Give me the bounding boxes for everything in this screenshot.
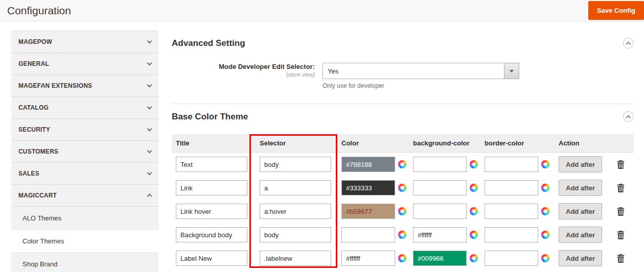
title-cell xyxy=(172,227,249,242)
background-color-input[interactable] xyxy=(413,227,467,242)
color-picker-icon[interactable] xyxy=(398,207,406,215)
color-picker-icon[interactable] xyxy=(398,254,406,262)
background-color-cell xyxy=(409,180,480,195)
sidebar-item-security[interactable]: SECURITY xyxy=(11,119,158,141)
sidebar-subitem-shop-brand[interactable]: Shop Brand xyxy=(11,253,158,272)
action-cell: Add after xyxy=(555,156,611,172)
border-color-input[interactable] xyxy=(485,204,538,219)
title-input[interactable] xyxy=(176,251,247,266)
background-color-input[interactable] xyxy=(413,157,467,172)
sidebar-item-label: MAGEFAN EXTENSIONS xyxy=(18,82,92,89)
title-input[interactable] xyxy=(176,227,247,242)
sidebar-item-general[interactable]: GENERAL xyxy=(11,53,158,75)
color-cell xyxy=(337,180,409,195)
color-picker-icon[interactable] xyxy=(398,184,406,192)
collapse-section-icon[interactable] xyxy=(623,38,634,48)
trash-icon[interactable] xyxy=(615,158,627,171)
column-header-border-color: border-color xyxy=(480,139,555,147)
trash-icon[interactable] xyxy=(615,205,627,218)
border-color-input[interactable] xyxy=(485,227,538,242)
sidebar-item-label: CATALOG xyxy=(18,104,49,111)
sidebar-item-catalog[interactable]: CATALOG xyxy=(11,97,158,119)
sidebar-item-label: SECURITY xyxy=(18,126,50,133)
title-input[interactable] xyxy=(176,180,247,195)
color-cell xyxy=(337,227,409,242)
table-body: Add after xyxy=(172,153,634,270)
sidebar-item-magefan-extensions[interactable]: MAGEFAN EXTENSIONS xyxy=(11,75,158,97)
sidebar-item-sales[interactable]: SALES xyxy=(11,163,158,185)
save-config-button[interactable]: Save Config xyxy=(588,1,644,20)
color-input[interactable] xyxy=(341,180,395,195)
column-header-background-color: background-color xyxy=(409,139,480,147)
border-color-input[interactable] xyxy=(485,157,538,172)
selector-input[interactable] xyxy=(260,204,331,219)
mode-developer-select[interactable]: Yes xyxy=(323,63,519,79)
add-after-button[interactable]: Add after xyxy=(559,250,602,266)
chevron-down-icon xyxy=(147,170,152,176)
title-input[interactable] xyxy=(176,157,247,172)
add-after-button[interactable]: Add after xyxy=(559,203,602,219)
color-input[interactable] xyxy=(341,227,395,242)
table-header-row: Title Selector Color background-color bo… xyxy=(172,134,634,153)
color-picker-icon[interactable] xyxy=(470,254,478,262)
color-picker-icon[interactable] xyxy=(470,160,478,168)
color-picker-icon[interactable] xyxy=(470,207,478,215)
section-divider xyxy=(172,104,634,104)
selector-input[interactable] xyxy=(260,180,331,195)
trash-icon[interactable] xyxy=(615,182,627,194)
add-after-button[interactable]: Add after xyxy=(559,156,602,172)
sidebar-subitem-label: ALO Themes xyxy=(22,214,61,222)
color-picker-icon[interactable] xyxy=(470,184,478,192)
background-color-input[interactable] xyxy=(413,204,467,219)
color-input[interactable] xyxy=(341,204,395,219)
selector-input[interactable] xyxy=(260,157,331,172)
column-header-title: Title xyxy=(172,139,249,147)
table-row: Add after xyxy=(172,246,634,270)
border-color-input[interactable] xyxy=(485,251,538,266)
selector-input[interactable] xyxy=(260,251,331,266)
add-after-button[interactable]: Add after xyxy=(559,227,602,243)
color-picker-icon[interactable] xyxy=(398,231,406,239)
sidebar-item-magepow[interactable]: MAGEPOW xyxy=(11,31,158,53)
color-picker-icon[interactable] xyxy=(541,160,549,168)
color-picker-icon[interactable] xyxy=(541,231,549,239)
trash-icon[interactable] xyxy=(615,252,627,265)
border-color-cell xyxy=(480,227,555,242)
color-picker-icon[interactable] xyxy=(541,184,549,192)
field-label-column: Mode Developer Edit Selector: [store vie… xyxy=(172,63,323,89)
border-color-input[interactable] xyxy=(485,180,538,195)
sidebar-subitem-alo-themes[interactable]: ALO Themes xyxy=(11,207,158,230)
column-header-action: Action xyxy=(555,139,611,147)
delete-cell xyxy=(611,205,634,218)
selector-cell xyxy=(249,227,337,242)
color-cell xyxy=(337,204,409,219)
sidebar-subitem-color-themes[interactable]: Color Themes xyxy=(11,230,158,253)
collapse-section-icon[interactable] xyxy=(623,111,634,122)
add-after-button[interactable]: Add after xyxy=(559,180,602,196)
selector-input[interactable] xyxy=(260,227,331,242)
chevron-up-icon xyxy=(147,194,152,199)
title-input[interactable] xyxy=(176,204,247,219)
color-input[interactable] xyxy=(341,157,395,172)
color-picker-icon[interactable] xyxy=(541,207,549,215)
select-arrow-box xyxy=(504,63,519,79)
background-color-input[interactable] xyxy=(413,251,467,266)
mode-developer-field-row: Mode Developer Edit Selector: [store vie… xyxy=(172,63,634,89)
color-picker-icon[interactable] xyxy=(398,160,406,168)
delete-cell xyxy=(611,158,634,171)
selector-cell xyxy=(249,180,337,195)
background-color-cell xyxy=(409,227,480,242)
column-header-selector: Selector xyxy=(249,139,337,147)
color-picker-icon[interactable] xyxy=(470,231,478,239)
page-header: Configuration Save Config xyxy=(0,0,644,21)
content: MAGEPOW GENERAL MAGEFAN EXTENSIONS CATAL… xyxy=(0,21,644,272)
color-input[interactable] xyxy=(341,251,395,266)
sidebar-item-magiccart[interactable]: MAGICCART xyxy=(11,185,158,207)
selector-cell xyxy=(249,204,337,219)
background-color-cell xyxy=(409,157,480,172)
color-picker-icon[interactable] xyxy=(541,254,549,262)
sidebar-item-customers[interactable]: CUSTOMERS xyxy=(11,141,158,163)
trash-icon[interactable] xyxy=(615,229,627,241)
action-cell: Add after xyxy=(555,180,611,196)
background-color-input[interactable] xyxy=(413,180,467,195)
